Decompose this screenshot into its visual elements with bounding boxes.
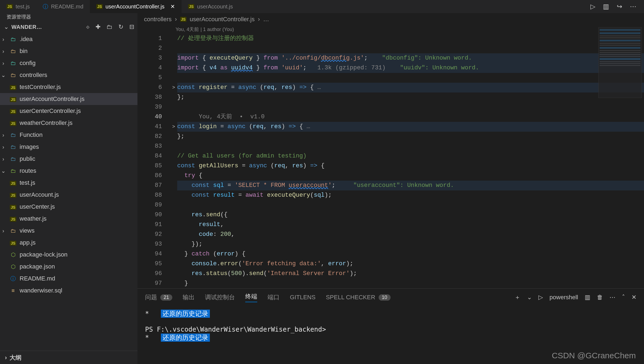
tree-item-label: wanderwiser.sql (20, 287, 62, 294)
chevron-icon: ⌄ (0, 72, 7, 78)
tree-item[interactable]: ›🗀.idea (0, 33, 137, 45)
trash-icon[interactable]: 🗑 (597, 294, 603, 301)
explorer-header: ⌄ WANDER… ⟐ ✚ 🗀 ↻ ⊟ (0, 22, 137, 33)
outline-label: 大纲 (10, 354, 22, 362)
tree-item[interactable]: ⌄🗀routes (0, 165, 137, 177)
chevron-icon: › (0, 132, 7, 138)
tree-item[interactable]: JSuserAccount.js (0, 189, 137, 201)
tree-item[interactable]: JSuserCenterController.js (0, 105, 137, 117)
chevron-right-icon: › (175, 16, 177, 23)
tree-item[interactable]: ⓘREADME.md (0, 273, 137, 285)
chevron-icon: ⌄ (0, 168, 7, 174)
breadcrumb-tail: … (263, 16, 269, 23)
new-folder-icon[interactable]: 🗀 (106, 23, 112, 30)
chevron-down-icon[interactable]: ⌄ (527, 294, 532, 301)
tree-item[interactable]: ⌄🗀controllers (0, 69, 137, 81)
tree-item-label: test.js (20, 179, 35, 186)
tree-item[interactable]: JStest.js (0, 177, 137, 189)
chevron-icon: › (0, 228, 7, 234)
tree-item-label: package.json (20, 263, 55, 270)
collapse-icon[interactable]: ⊟ (129, 23, 134, 30)
explorer-sidebar: 资源管理器 ⌄ WANDER… ⟐ ✚ 🗀 ↻ ⊟ ›🗀.idea›🗀bin›🗀… (0, 13, 137, 364)
history-restored: 还原的历史记录 (161, 334, 210, 342)
chevron-icon: › (0, 60, 7, 66)
tree-item-label: app.js (20, 239, 36, 246)
tree-item[interactable]: ≡wanderwiser.sql (0, 285, 137, 297)
tree-item-label: Function (20, 131, 42, 138)
chevron-icon: › (0, 156, 7, 162)
compare-icon[interactable]: ⟐ (86, 23, 90, 30)
tree-item[interactable]: ›🗀Function (0, 129, 137, 141)
editor-tab[interactable]: JSuserAccountController.js✕ (90, 0, 182, 13)
shell-label: powershell (550, 294, 578, 301)
breadcrumbs[interactable]: controllers › JS userAccountController.j… (137, 13, 644, 26)
tree-item[interactable]: JSweather.js (0, 213, 137, 225)
tree-item-label: README.md (20, 275, 55, 282)
refresh-icon[interactable]: ↻ (118, 23, 123, 30)
close-icon[interactable]: ✕ (170, 3, 175, 10)
chevron-icon: › (0, 36, 7, 42)
tree-item[interactable]: ⬡package.json (0, 261, 137, 273)
editor-tab[interactable]: JStest.js (0, 0, 36, 13)
panel-tab[interactable]: 终端 (245, 292, 257, 302)
panel-tab[interactable]: GITLENS (290, 294, 315, 301)
new-file-icon[interactable]: ✚ (96, 23, 100, 30)
tree-item[interactable]: JSuserCenter.js (0, 201, 137, 213)
js-icon: JS (180, 17, 186, 22)
fold-gutter[interactable]: >> (170, 34, 177, 288)
badge: 10 (379, 294, 391, 301)
more-icon[interactable]: ⋯ (630, 3, 636, 10)
bottom-panel: 问题21输出调试控制台终端端口GITLENSSPELL CHECKER10＋⌄▷… (137, 288, 644, 347)
line-gutter: 1234563839404182838485868788899091929394… (137, 34, 170, 288)
tree-item-label: views (20, 227, 35, 234)
history-star: * (145, 310, 149, 317)
tree-item[interactable]: ›🗀bin (0, 45, 137, 57)
panel-tab[interactable]: 端口 (268, 293, 280, 301)
run-icon[interactable]: ▷ (590, 3, 595, 10)
tree-item[interactable]: JStestController.js (0, 81, 137, 93)
code-area[interactable]: 1234563839404182838485868788899091929394… (137, 34, 644, 288)
split-panel-icon[interactable]: ▥ (585, 294, 590, 301)
project-name: WANDER… (11, 24, 42, 30)
tree-item[interactable]: JSuserAccountController.js (0, 93, 137, 105)
tree-item-label: weather.js (20, 215, 47, 222)
editor-tab[interactable]: JSuserAccount.js (182, 0, 239, 13)
tree-item[interactable]: ⬡package-lock.json (0, 249, 137, 261)
split-icon[interactable]: ▥ (603, 3, 609, 10)
chevron-down-icon[interactable]: ⌄ (4, 23, 9, 30)
tree-item[interactable]: ›🗀public (0, 153, 137, 165)
tree-item[interactable]: ›🗀config (0, 57, 137, 69)
outline-section[interactable]: › 大纲 (0, 351, 137, 364)
more-icon[interactable]: ⋯ (609, 294, 615, 301)
tree-item[interactable]: ›🗀images (0, 141, 137, 153)
tree-item-label: package-lock.json (20, 251, 68, 258)
chevron-icon: › (0, 144, 7, 150)
editor-tab[interactable]: ⓘREADME.md (36, 0, 90, 13)
editor-tabs: JStest.jsⓘREADME.mdJSuserAccountControll… (0, 0, 644, 13)
arrow-icon[interactable]: ↪ (617, 3, 622, 10)
editor-pane: controllers › JS userAccountController.j… (137, 13, 644, 364)
file-tree: ›🗀.idea›🗀bin›🗀config⌄🗀controllersJStestC… (0, 33, 137, 351)
panel-tab[interactable]: 调试控制台 (205, 293, 235, 301)
badge: 21 (160, 294, 172, 301)
tree-item[interactable]: ›🗀views (0, 225, 137, 237)
tree-item[interactable]: JSweatherController.js (0, 117, 137, 129)
breadcrumb-folder: controllers (144, 16, 171, 23)
tree-item-label: controllers (20, 72, 47, 79)
new-terminal-icon[interactable]: ＋ (514, 293, 520, 301)
terminal[interactable]: * 还原的历史记录 PS F:\.vscode\WanderWiser\Wand… (137, 306, 644, 347)
tree-item[interactable]: JSapp.js (0, 237, 137, 249)
tree-item-label: images (20, 143, 39, 150)
panel-tab[interactable]: 输出 (183, 293, 195, 301)
code-content[interactable]: // 处理登录与注册的控制器 import { executeQuery } f… (177, 34, 644, 288)
tree-item-label: .idea (20, 36, 33, 43)
panel-tab[interactable]: SPELL CHECKER10 (326, 294, 390, 301)
tab-actions: ▷ ▥ ↪ ⋯ (590, 3, 644, 10)
minimap[interactable] (598, 27, 642, 98)
tree-item-label: userCenter.js (20, 203, 55, 210)
tree-item-label: config (20, 60, 36, 67)
tree-item-label: userAccountController.js (20, 95, 84, 103)
chevron-up-icon[interactable]: ˄ (622, 294, 625, 301)
close-icon[interactable]: ✕ (631, 294, 636, 301)
panel-tab[interactable]: 问题21 (145, 293, 172, 301)
